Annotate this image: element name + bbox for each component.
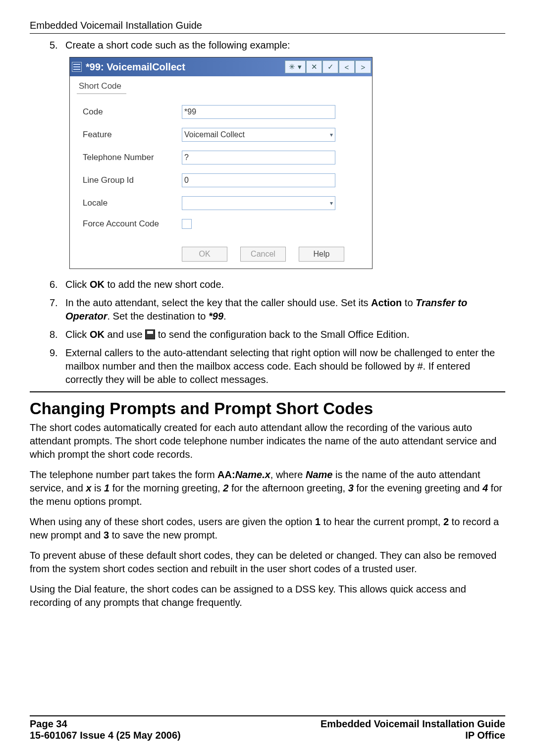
- section-rule: [30, 391, 505, 392]
- step-9-text: External callers to the auto-attendant s…: [65, 346, 496, 386]
- step-6-num: 6.: [50, 278, 65, 291]
- save-icon: [145, 329, 155, 339]
- locale-label: Locale: [83, 198, 182, 208]
- linegroup-input[interactable]: 0: [182, 173, 335, 187]
- chevron-down-icon[interactable]: ▾: [330, 200, 333, 207]
- paragraph-5: Using the Dial feature, the short codes …: [30, 583, 505, 609]
- forceaccount-checkbox[interactable]: [182, 219, 192, 229]
- dialog-titlebar: *99: VoicemailCollect ✳ ▾ ✕ ✓ < >: [70, 57, 372, 76]
- section-heading: Changing Prompts and Prompt Short Codes: [30, 399, 505, 418]
- chevron-down-icon[interactable]: ▾: [330, 131, 333, 138]
- footer-issue: 15-601067 Issue 4 (25 May 2006): [30, 730, 181, 741]
- telephone-input[interactable]: ?: [182, 151, 335, 164]
- next-icon[interactable]: >: [355, 60, 371, 73]
- step-8-num: 8.: [50, 328, 65, 341]
- step-7: 7.In the auto attendant, select the key …: [50, 296, 505, 323]
- step-5-text: Create a short code such as the followin…: [65, 39, 496, 52]
- header-title: Embedded Voicemail Installation Guide: [30, 20, 505, 31]
- forceaccount-label: Force Account Code: [83, 219, 182, 229]
- header-rule: [30, 33, 505, 34]
- paragraph-3: When using any of these short codes, use…: [30, 515, 505, 542]
- shortcode-dialog: *99: VoicemailCollect ✳ ▾ ✕ ✓ < > Short …: [69, 57, 373, 269]
- step-6: 6.Click OK to add the new short code.: [50, 278, 505, 291]
- new-icon[interactable]: ✳ ▾: [285, 60, 306, 73]
- linegroup-label: Line Group Id: [83, 175, 182, 185]
- step-8: 8.Click OK and use to send the configura…: [50, 328, 505, 341]
- paragraph-1: The short codes automatically created fo…: [30, 421, 505, 461]
- tab-row: Short Code: [70, 76, 372, 94]
- close-icon[interactable]: ✕: [306, 60, 322, 73]
- footer-page: Page 34: [30, 718, 67, 729]
- dialog-title: *99: VoicemailCollect: [86, 61, 185, 73]
- code-input[interactable]: *99: [182, 105, 335, 119]
- step-5-num: 5.: [50, 39, 65, 52]
- paragraph-2: The telephone number part takes the form…: [30, 468, 505, 508]
- locale-select[interactable]: ▾: [182, 196, 335, 210]
- cancel-button[interactable]: Cancel: [240, 247, 286, 262]
- footer-guide: Embedded Voicemail Installation Guide: [321, 718, 505, 729]
- feature-label: Feature: [83, 130, 182, 140]
- prev-icon[interactable]: <: [339, 60, 355, 73]
- step-9-num: 9.: [50, 346, 65, 360]
- telephone-label: Telephone Number: [83, 153, 182, 162]
- feature-select[interactable]: Voicemail Collect▾: [182, 128, 335, 142]
- footer: Page 34 15-601067 Issue 4 (25 May 2006) …: [30, 711, 505, 741]
- footer-product: IP Office: [465, 730, 505, 741]
- step-7-num: 7.: [50, 296, 65, 310]
- step-9: 9.External callers to the auto-attendant…: [50, 346, 505, 386]
- step-5: 5.Create a short code such as the follow…: [50, 39, 505, 52]
- ok-button[interactable]: OK: [182, 247, 227, 262]
- tab-short-code[interactable]: Short Code: [77, 80, 126, 94]
- check-icon[interactable]: ✓: [322, 60, 338, 73]
- code-label: Code: [83, 107, 182, 117]
- list-icon: [72, 62, 82, 72]
- paragraph-4: To prevent abuse of these default short …: [30, 549, 505, 576]
- help-button[interactable]: Help: [299, 247, 344, 262]
